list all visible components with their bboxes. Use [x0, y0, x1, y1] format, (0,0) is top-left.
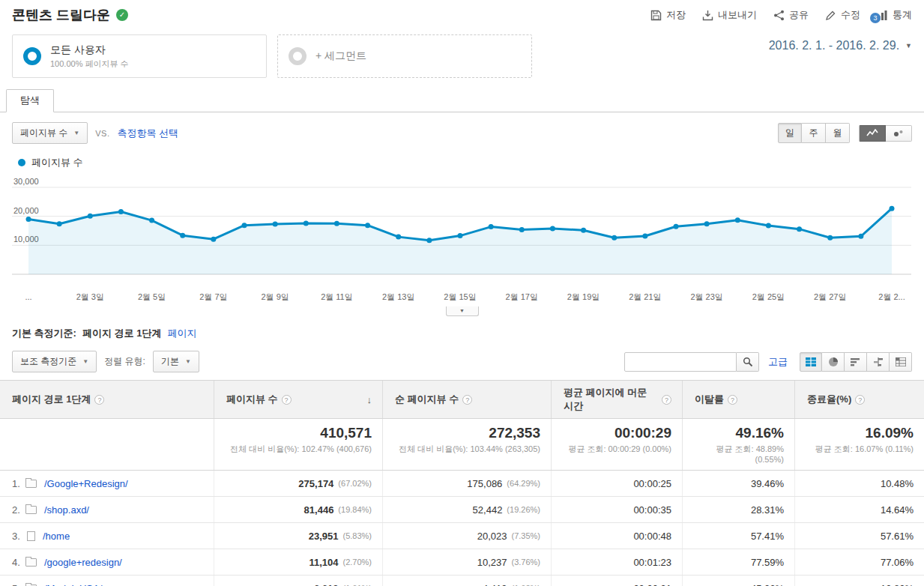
unique-pageviews-cell: 4,419(1.62%): [382, 576, 551, 586]
svg-text:2월 7일: 2월 7일: [199, 292, 227, 301]
line-chart-toggle-button[interactable]: [859, 125, 886, 142]
table-body: 1./Google+Redesign/275,174(67.02%)175,08…: [0, 471, 924, 586]
table-controls: 보조 측정기준 ▼ 정렬 유형: 기본 ▼ 고급: [0, 346, 924, 380]
report-header: 콘텐츠 드릴다운 ✓ 저장 내보내기 공유 수정: [0, 0, 924, 28]
dimension-active: 페이지 경로 1단계: [82, 327, 161, 340]
exit-rate-cell: 10.48%: [794, 471, 924, 496]
metric-dropdown[interactable]: 페이지뷰 수 ▼: [12, 122, 88, 144]
edit-icon: [825, 10, 836, 21]
row-index: 1.: [12, 478, 25, 489]
chart-expander-button[interactable]: ▼: [446, 306, 479, 316]
svg-text:2월 9일: 2월 9일: [261, 292, 289, 301]
segment-section: 모든 사용자 100.00% 페이지뷰 수 + 세그먼트 2016. 2. 1.…: [0, 28, 924, 88]
tab-explorer[interactable]: 탐색: [6, 89, 54, 112]
intelligence-button[interactable]: 3 통계: [877, 8, 912, 22]
intelligence-count-badge: 3: [870, 13, 881, 23]
page-path-link[interactable]: /shop.axd/: [44, 504, 89, 516]
page-path-link[interactable]: /Google+Redesign/: [44, 478, 128, 489]
bounce-rate-cell: 28.31%: [682, 497, 794, 522]
chevron-down-icon: ▼: [905, 42, 912, 49]
chevron-down-icon: ▼: [82, 358, 88, 365]
performance-view-icon: [851, 357, 861, 366]
percentage-view-button[interactable]: [822, 352, 845, 372]
table-row[interactable]: 3./home23,951(5.83%)20,023(7.35%)00:00:4…: [0, 523, 924, 549]
pageviews-cell: 23,951(5.83%): [214, 523, 382, 549]
data-table: 페이지 경로 1단계 ? 페이지뷰 수 ? ↓ 순 페이지뷰 수 ? 평균 페이…: [0, 380, 924, 586]
date-range-selector[interactable]: 2016. 2. 1. - 2016. 2. 29. ▼: [769, 39, 912, 52]
search-button[interactable]: [737, 352, 759, 372]
performance-view-button[interactable]: [845, 352, 867, 372]
add-segment-button[interactable]: + 세그먼트: [277, 34, 532, 78]
advanced-link[interactable]: 고급: [768, 355, 788, 369]
view-toggle-group: [800, 352, 912, 372]
pageviews-cell: 6,618(1.61%): [214, 576, 382, 586]
motion-chart-toggle-button[interactable]: [886, 125, 912, 142]
help-icon[interactable]: ?: [462, 395, 472, 405]
pivot-view-button[interactable]: [890, 352, 912, 372]
percentage-view-icon: [828, 357, 839, 367]
page-icon: [27, 531, 35, 541]
select-metric-link[interactable]: 측정항목 선택: [118, 127, 179, 140]
column-header-bounce-rate[interactable]: 이탈률 ?: [682, 381, 794, 418]
svg-text:2월 15일: 2월 15일: [444, 292, 476, 301]
table-row[interactable]: 2./shop.axd/81,446(19.84%)52,442(19.26%)…: [0, 497, 924, 523]
table-view-button[interactable]: [800, 352, 822, 372]
column-header-pageviews[interactable]: 페이지뷰 수 ? ↓: [214, 381, 382, 418]
summary-avg-time: 00:00:29 평균 조회: 00:00:29 (0.00%): [551, 419, 682, 470]
avg-time-cell: 00:01:23: [551, 549, 682, 575]
table-search-input[interactable]: [624, 352, 737, 372]
page-path-link[interactable]: /google+redesign/: [44, 557, 122, 568]
exit-rate-cell: 77.06%: [794, 549, 924, 575]
bounce-rate-cell: 57.41%: [682, 523, 794, 549]
avg-time-cell: 00:00:48: [551, 523, 682, 549]
help-icon[interactable]: ?: [855, 395, 865, 405]
verified-badge-icon: ✓: [116, 9, 128, 21]
summary-pageviews: 410,571 전체 대비 비율(%): 102.47% (400,676): [214, 419, 382, 470]
save-button[interactable]: 저장: [650, 8, 686, 22]
comparison-view-button[interactable]: [867, 352, 890, 372]
column-header-unique-pageviews[interactable]: 순 페이지뷰 수 ?: [382, 381, 551, 418]
vs-label: VS.: [95, 129, 109, 138]
page-path-link[interactable]: /MadeInUSA/: [44, 583, 102, 586]
save-icon: [650, 10, 662, 21]
table-row[interactable]: 4./google+redesign/11,104(2.70%)10,237(3…: [0, 549, 924, 576]
page-title: 콘텐츠 드릴다운: [12, 6, 110, 24]
pageviews-line-chart[interactable]: 10,00020,00030,000...2월 3일2월 5일2월 7일2월 9…: [12, 175, 912, 306]
help-icon[interactable]: ?: [282, 395, 292, 405]
tab-bar: 탐색: [0, 88, 924, 112]
pageviews-cell: 275,174(67.02%): [214, 471, 382, 496]
table-row[interactable]: 1./Google+Redesign/275,174(67.02%)175,08…: [0, 471, 924, 497]
svg-text:20,000: 20,000: [13, 206, 39, 215]
granularity-month-button[interactable]: 월: [826, 123, 850, 143]
column-header-exit-rate[interactable]: 종료율(%) ?: [794, 381, 924, 418]
segment-subtitle: 100.00% 페이지뷰 수: [50, 58, 129, 70]
segment-all-users[interactable]: 모든 사용자 100.00% 페이지뷰 수: [12, 34, 267, 78]
export-button[interactable]: 내보내기: [702, 8, 757, 22]
page-path-link[interactable]: /home: [43, 531, 70, 542]
segment-donut-icon: [23, 47, 41, 65]
exit-rate-cell: 57.61%: [794, 523, 924, 549]
edit-button[interactable]: 수정: [825, 8, 860, 22]
chart-legend: 페이지뷰 수: [0, 148, 924, 175]
chart-controls: 페이지뷰 수 ▼ VS. 측정항목 선택 일 주 월: [0, 112, 924, 148]
svg-text:2월 11일: 2월 11일: [321, 292, 353, 301]
table-header-row: 페이지 경로 1단계 ? 페이지뷰 수 ? ↓ 순 페이지뷰 수 ? 평균 페이…: [0, 381, 924, 419]
help-icon[interactable]: ?: [94, 395, 104, 405]
column-header-page-path[interactable]: 페이지 경로 1단계 ?: [0, 381, 214, 418]
granularity-group: 일 주 월: [778, 123, 850, 143]
dimension-page-link[interactable]: 페이지: [167, 327, 196, 340]
header-actions: 저장 내보내기 공유 수정 3 통계: [650, 8, 912, 22]
granularity-day-button[interactable]: 일: [778, 123, 802, 143]
secondary-dimension-dropdown[interactable]: 보조 측정기준 ▼: [12, 351, 97, 372]
help-icon[interactable]: ?: [662, 395, 671, 405]
column-header-avg-time[interactable]: 평균 페이지에 머문 시간 ?: [551, 381, 682, 418]
sort-type-dropdown[interactable]: 기본 ▼: [153, 351, 199, 372]
page-path-cell: 4./google+redesign/: [0, 549, 214, 575]
chevron-down-icon: ▼: [73, 130, 79, 136]
granularity-week-button[interactable]: 주: [802, 123, 826, 143]
table-row[interactable]: 5./MadeInUSA/6,618(1.61%)4,419(1.62%)00:…: [0, 576, 924, 586]
explorer-panel: 페이지뷰 수 ▼ VS. 측정항목 선택 일 주 월: [0, 112, 924, 586]
help-icon[interactable]: ?: [728, 395, 737, 405]
share-button[interactable]: 공유: [773, 8, 809, 22]
sort-desc-icon: ↓: [367, 394, 372, 405]
